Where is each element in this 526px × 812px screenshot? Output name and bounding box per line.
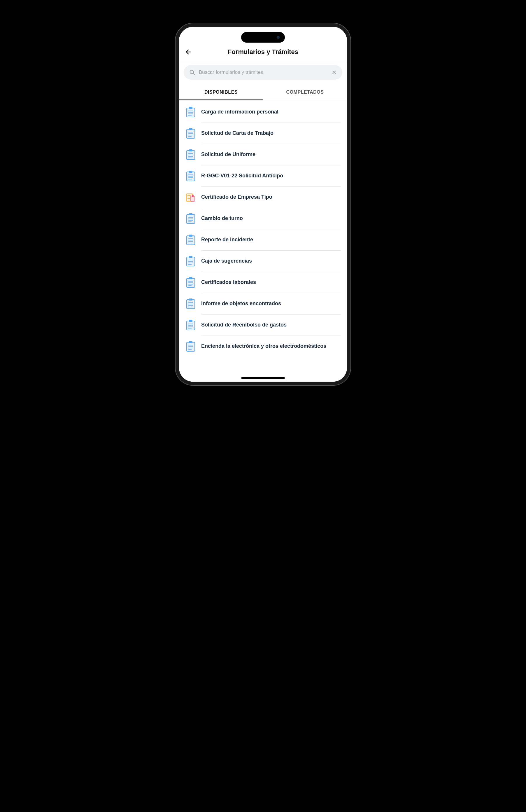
list-item-label: Carga de información personal	[201, 108, 279, 115]
clipboard-icon-wrap	[185, 171, 196, 181]
list-item[interactable]: Solicitud de Reembolso de gastos	[179, 315, 347, 335]
svg-rect-11	[189, 128, 193, 130]
list-item[interactable]: Reporte de incidente	[179, 229, 347, 250]
list-item[interactable]: Caja de sugerencias	[179, 251, 347, 272]
list-item-label: Solicitud de Reembolso de gastos	[201, 321, 287, 328]
svg-point-0	[190, 70, 194, 74]
clipboard-icon	[186, 277, 196, 288]
clear-icon[interactable]	[331, 70, 337, 75]
list-item-label: Informe de objetos encontrados	[201, 300, 281, 307]
clipboard-icon	[186, 170, 196, 182]
page-title: Formularios y Trámites	[184, 48, 342, 56]
tab-available[interactable]: DISPONIBLES	[179, 84, 263, 100]
clipboard-icon-wrap	[185, 256, 196, 266]
clipboard-icon	[186, 213, 196, 224]
certificate-icon	[185, 192, 196, 203]
tab-completed[interactable]: COMPLETADOS	[263, 84, 347, 100]
search-icon	[189, 69, 195, 75]
clipboard-icon	[186, 234, 196, 245]
list-item[interactable]: R-GGC-V01-22 Solicitud Anticipo	[179, 165, 347, 186]
home-indicator[interactable]	[241, 377, 285, 379]
list-item-label: Certificados laborales	[201, 279, 256, 286]
svg-rect-41	[189, 235, 193, 237]
svg-line-1	[193, 74, 195, 75]
clipboard-icon-wrap	[185, 235, 196, 245]
list-item[interactable]: Certificados laborales	[179, 272, 347, 293]
list-item[interactable]: Cambio de turno	[179, 208, 347, 229]
clipboard-icon	[186, 319, 196, 331]
clipboard-icon-wrap	[185, 299, 196, 309]
list-item[interactable]: Solicitud de Uniforme	[179, 144, 347, 165]
svg-rect-23	[189, 171, 193, 173]
list-item-label: Reporte de incidente	[201, 236, 253, 243]
svg-rect-53	[189, 277, 193, 279]
phone-frame: Formularios y Trámites DISPONIBLES COMPL…	[176, 23, 350, 385]
certificate-icon-wrap	[185, 192, 196, 203]
svg-rect-47	[189, 256, 193, 258]
list-item-label: Encienda la electrónica y otros electrod…	[201, 343, 326, 350]
clipboard-icon	[186, 256, 196, 267]
clipboard-icon-wrap	[185, 213, 196, 224]
clipboard-icon-wrap	[185, 277, 196, 288]
svg-rect-65	[189, 320, 193, 322]
list-item[interactable]: Informe de objetos encontrados	[179, 293, 347, 314]
svg-rect-35	[189, 213, 193, 215]
svg-rect-5	[189, 107, 193, 109]
clipboard-icon-wrap	[185, 149, 196, 160]
list-item-label: Solicitud de Carta de Trabajo	[201, 130, 273, 136]
list-item-label: Solicitud de Uniforme	[201, 151, 255, 158]
clipboard-icon-wrap	[185, 107, 196, 117]
search-container	[179, 61, 347, 82]
clipboard-icon	[186, 128, 196, 139]
clipboard-icon	[186, 149, 196, 160]
tabs: DISPONIBLES COMPLETADOS	[179, 84, 347, 100]
clipboard-icon-wrap	[185, 128, 196, 139]
list-item[interactable]: Encienda la electrónica y otros electrod…	[179, 336, 347, 357]
search-input[interactable]	[199, 70, 331, 75]
device-notch	[241, 32, 285, 43]
svg-rect-33	[192, 194, 194, 197]
clipboard-icon	[186, 341, 196, 352]
list-item-label: Cambio de turno	[201, 215, 243, 222]
forms-list[interactable]: Carga de información personal Solicitud …	[179, 100, 347, 382]
app-screen: Formularios y Trámites DISPONIBLES COMPL…	[179, 27, 347, 382]
list-item[interactable]: Certificado de Empresa Tipo	[179, 187, 347, 208]
svg-rect-17	[189, 149, 193, 151]
list-item-label: Certificado de Empresa Tipo	[201, 194, 272, 201]
svg-rect-59	[189, 299, 193, 301]
list-item-label: R-GGC-V01-22 Solicitud Anticipo	[201, 172, 283, 179]
clipboard-icon-wrap	[185, 320, 196, 330]
search-bar[interactable]	[184, 65, 342, 79]
list-item[interactable]: Carga de información personal	[179, 102, 347, 122]
list-item[interactable]: Solicitud de Carta de Trabajo	[179, 123, 347, 144]
clipboard-icon	[186, 298, 196, 309]
clipboard-icon	[186, 106, 196, 118]
svg-rect-71	[189, 341, 193, 343]
header: Formularios y Trámites	[179, 45, 347, 61]
list-item-label: Caja de sugerencias	[201, 258, 252, 264]
clipboard-icon-wrap	[185, 341, 196, 352]
